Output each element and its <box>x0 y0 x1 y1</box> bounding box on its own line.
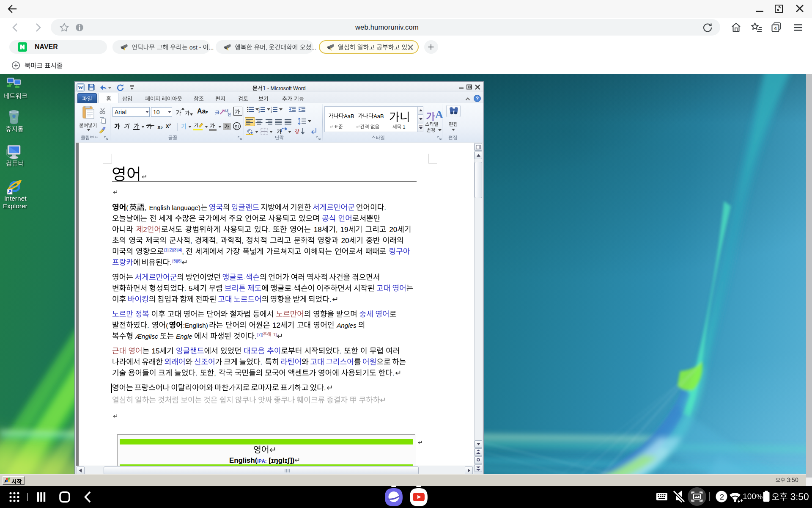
svg-text:4: 4 <box>178 248 181 252</box>
svg-text:6: 6 <box>178 259 181 263</box>
svg-text:]: ] <box>261 333 262 337</box>
svg-text:Internet: Internet <box>4 194 27 202</box>
svg-text:-: - <box>291 285 294 292</box>
svg-text:5: 5 <box>189 284 192 293</box>
svg-text:]: ] <box>181 248 182 252</box>
svg-text:.: . <box>195 370 197 377</box>
svg-text:1: 1 <box>165 248 167 252</box>
svg-text:]: ] <box>181 259 182 263</box>
svg-text:3: 3 <box>174 248 177 252</box>
svg-text:,: , <box>182 248 184 255</box>
svg-text:.: . <box>268 226 270 233</box>
svg-text:.: . <box>184 285 186 292</box>
svg-text:][: ][ <box>176 248 179 252</box>
svg-text:3: 3 <box>258 110 260 113</box>
svg-text:Microsoft: Microsoft <box>271 86 292 91</box>
svg-text:][: ][ <box>172 248 174 252</box>
svg-text:.: . <box>255 333 256 340</box>
svg-text:5: 5 <box>173 259 176 263</box>
svg-text:-: - <box>199 44 201 51</box>
svg-text:2: 2 <box>143 226 147 234</box>
svg-text:7: 7 <box>258 332 261 337</box>
svg-text:...: ... <box>208 44 214 51</box>
svg-text:,: , <box>145 204 146 211</box>
svg-text:-: - <box>244 274 246 281</box>
svg-text:W: W <box>78 84 83 91</box>
svg-text:1: 1 <box>273 332 276 337</box>
svg-text:AaB: AaB <box>344 113 354 119</box>
svg-text:12: 12 <box>272 321 280 329</box>
svg-text:,: , <box>214 370 216 377</box>
svg-text:19: 19 <box>340 226 348 234</box>
svg-text:]): ]) <box>290 456 294 464</box>
svg-text:.: . <box>261 359 262 366</box>
svg-text:,: , <box>216 237 218 244</box>
svg-text:1: 1 <box>403 124 405 129</box>
svg-text:(: ( <box>126 204 128 211</box>
svg-text:?: ? <box>476 96 479 102</box>
svg-text:2: 2 <box>170 248 172 252</box>
svg-text:15: 15 <box>152 347 160 355</box>
svg-text:.: . <box>329 296 331 303</box>
svg-text::English): :English) <box>183 322 208 329</box>
svg-text:20: 20 <box>341 237 349 245</box>
svg-text:.: . <box>384 204 386 211</box>
svg-text:-: - <box>267 86 269 91</box>
svg-text:English(: English( <box>229 456 258 464</box>
svg-text:18: 18 <box>314 226 322 234</box>
svg-text:[: [ <box>269 456 271 464</box>
svg-text:(: ( <box>166 322 168 329</box>
svg-text:Angles: Angles <box>336 322 357 329</box>
svg-text:,: , <box>266 44 267 51</box>
svg-text:Ænglisc: Ænglisc <box>135 333 158 340</box>
svg-text:,: , <box>241 237 243 244</box>
svg-text:Engle: Engle <box>176 333 192 340</box>
svg-text:Word: Word <box>293 86 306 91</box>
svg-text:3: 3 <box>271 110 272 113</box>
svg-text:.: . <box>340 348 341 355</box>
svg-text:20: 20 <box>389 226 397 234</box>
svg-text:][: ][ <box>167 248 170 252</box>
svg-text:ɪŋglɪʃ: ɪŋglɪʃ <box>271 456 291 464</box>
svg-text:][: ][ <box>176 259 178 263</box>
svg-text:ost: ost <box>189 44 198 51</box>
svg-text:.: . <box>147 322 149 329</box>
svg-text:AaB: AaB <box>373 113 384 119</box>
svg-text:]: ] <box>276 333 277 337</box>
svg-text:,: , <box>190 237 192 244</box>
svg-text:.: . <box>392 370 394 377</box>
svg-text:...: ... <box>311 44 316 51</box>
svg-text:4: 4 <box>774 26 777 31</box>
svg-text:.: . <box>324 384 326 392</box>
svg-text:.: . <box>170 259 171 266</box>
svg-text:[: [ <box>262 333 263 337</box>
svg-text:IPA:: IPA: <box>257 458 266 463</box>
svg-text:1: 1 <box>263 85 266 91</box>
svg-text:Explorer: Explorer <box>3 202 27 209</box>
svg-text:language): language) <box>172 204 200 211</box>
svg-text:English: English <box>149 204 170 211</box>
svg-text:,: , <box>336 226 337 233</box>
